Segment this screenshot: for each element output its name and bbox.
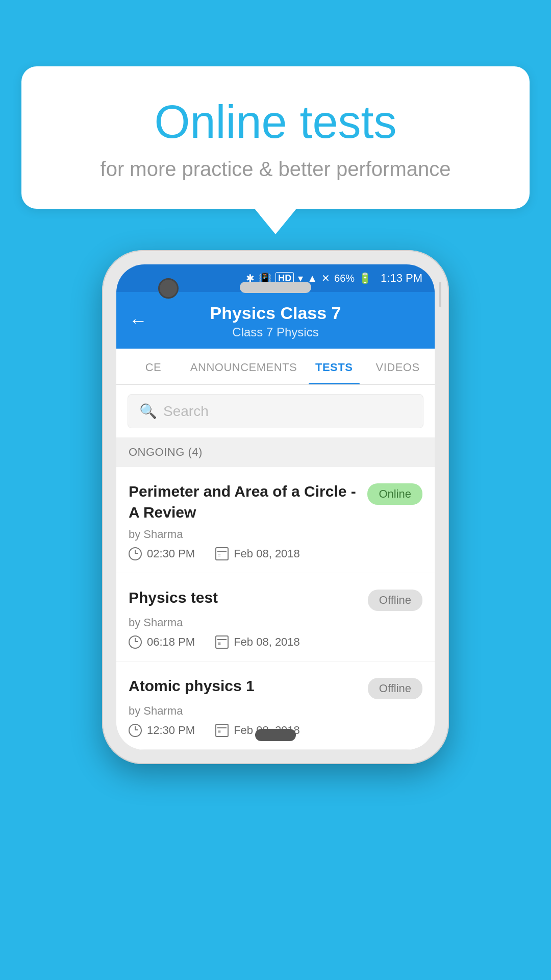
test-time: 02:30 PM	[129, 547, 195, 560]
test-time: 12:30 PM	[129, 724, 195, 737]
phone-camera	[158, 278, 179, 299]
test-list: Perimeter and Area of a Circle - A Revie…	[116, 467, 435, 750]
search-placeholder: Search	[163, 403, 209, 420]
phone-outer: ✱ 📳 HD ▾ ▲ ✕ 66% 🔋 1:13 PM ← Physics Cla…	[102, 250, 449, 764]
page-subtitle: Class 7 Physics	[132, 325, 419, 339]
speech-bubble-container: Online tests for more practice & better …	[21, 66, 530, 209]
status-badge: Offline	[368, 590, 422, 611]
tab-videos[interactable]: VIDEOS	[366, 349, 430, 384]
test-title: Perimeter and Area of a Circle - A Revie…	[129, 481, 367, 523]
clock-icon	[129, 635, 142, 649]
search-container: 🔍 Search	[116, 385, 435, 437]
time-value: 02:30 PM	[147, 547, 195, 560]
test-date: Feb 08, 2018	[215, 635, 300, 649]
test-item-header: Physics test Offline	[129, 587, 422, 611]
page-title: Physics Class 7	[132, 303, 419, 323]
tab-announcements[interactable]: ANNOUNCEMENTS	[185, 349, 302, 384]
test-meta: 02:30 PM Feb 08, 2018	[129, 547, 422, 560]
test-date: Feb 08, 2018	[215, 547, 300, 560]
x-icon: ✕	[321, 272, 330, 284]
calendar-icon	[215, 635, 229, 649]
status-badge: Offline	[368, 678, 422, 699]
speech-bubble-title: Online tests	[52, 97, 499, 148]
status-badge: Online	[367, 483, 422, 505]
time-value: 06:18 PM	[147, 635, 195, 649]
phone-home-indicator	[439, 282, 441, 307]
test-title: Physics test	[129, 587, 368, 608]
home-button[interactable]	[255, 729, 296, 741]
speech-bubble-subtitle: for more practice & better performance	[52, 158, 499, 181]
phone-screen: ✱ 📳 HD ▾ ▲ ✕ 66% 🔋 1:13 PM ← Physics Cla…	[116, 264, 435, 750]
test-item-header: Perimeter and Area of a Circle - A Revie…	[129, 481, 422, 523]
search-bar[interactable]: 🔍 Search	[128, 394, 423, 428]
battery-icon: 🔋	[359, 272, 371, 284]
test-time: 06:18 PM	[129, 635, 195, 649]
back-button[interactable]: ←	[129, 310, 147, 331]
test-meta: 06:18 PM Feb 08, 2018	[129, 635, 422, 649]
phone-mockup: ✱ 📳 HD ▾ ▲ ✕ 66% 🔋 1:13 PM ← Physics Cla…	[102, 250, 449, 764]
clock-icon	[129, 547, 142, 560]
tab-tests[interactable]: TESTS	[302, 349, 366, 384]
test-item-header: Atomic physics 1 Offline	[129, 676, 422, 699]
calendar-icon	[215, 547, 229, 560]
clock-icon	[129, 724, 142, 737]
search-icon: 🔍	[139, 403, 157, 420]
list-item[interactable]: Perimeter and Area of a Circle - A Revie…	[116, 467, 435, 573]
tab-ce[interactable]: CE	[121, 349, 185, 384]
battery-text: 66%	[334, 273, 355, 284]
list-item[interactable]: Physics test Offline by Sharma 06:18 PM …	[116, 573, 435, 662]
time-value: 12:30 PM	[147, 724, 195, 737]
date-value: Feb 08, 2018	[234, 547, 300, 560]
calendar-icon	[215, 724, 229, 737]
speech-bubble: Online tests for more practice & better …	[21, 66, 530, 209]
phone-speaker	[240, 282, 311, 293]
app-header: ← Physics Class 7 Class 7 Physics	[116, 292, 435, 349]
date-value: Feb 08, 2018	[234, 635, 300, 649]
status-bar-time: 1:13 PM	[381, 272, 422, 285]
test-author: by Sharma	[129, 704, 422, 718]
test-author: by Sharma	[129, 616, 422, 629]
section-header: ONGOING (4)	[116, 437, 435, 467]
tabs-bar: CE ANNOUNCEMENTS TESTS VIDEOS	[116, 349, 435, 385]
test-author: by Sharma	[129, 528, 422, 541]
test-title: Atomic physics 1	[129, 676, 368, 697]
